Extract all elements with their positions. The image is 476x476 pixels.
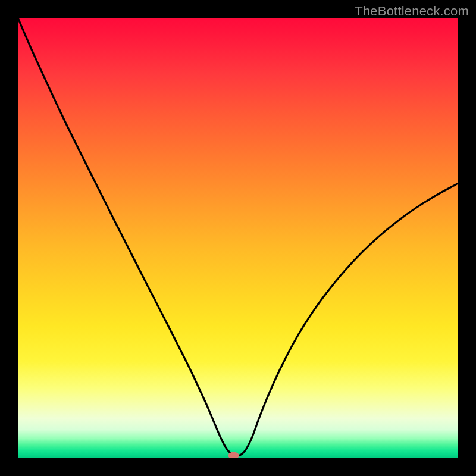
chart-frame: TheBottleneck.com bbox=[0, 0, 476, 476]
bottleneck-curve bbox=[18, 18, 458, 458]
curve-path bbox=[18, 18, 458, 456]
plot-area bbox=[18, 18, 458, 458]
watermark-text: TheBottleneck.com bbox=[355, 4, 469, 19]
